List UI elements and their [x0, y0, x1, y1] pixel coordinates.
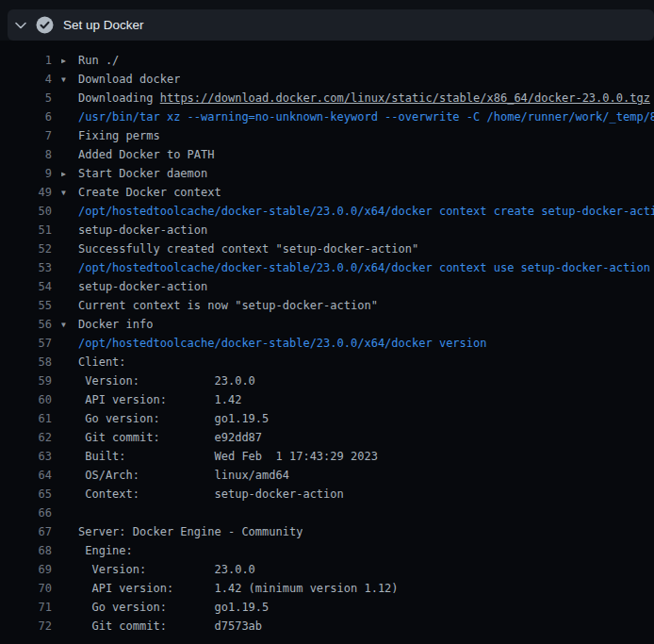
group-title: Run ./ — [78, 54, 119, 67]
log-text: Fixing perms — [78, 126, 160, 145]
group-title: Docker info — [78, 318, 153, 331]
line-number[interactable]: 56 — [0, 315, 52, 334]
line-number[interactable]: 54 — [0, 277, 52, 296]
line-number[interactable]: 72 — [0, 617, 52, 636]
log-line: 53/opt/hostedtoolcache/docker-stable/23.… — [0, 258, 654, 277]
step-header[interactable]: Set up Docker — [8, 9, 654, 41]
group-header[interactable]: ▼Create Docker context — [61, 183, 221, 202]
log-body: 1▶Run ./4▼Download docker5Downloading ht… — [0, 41, 654, 644]
line-number[interactable]: 49 — [0, 183, 52, 202]
line-number[interactable]: 61 — [0, 409, 52, 428]
line-number[interactable]: 62 — [0, 428, 52, 447]
line-number[interactable]: 68 — [0, 541, 52, 560]
log-line: 63 Built: Wed Feb 1 17:43:29 2023 — [0, 447, 654, 466]
log-text: setup-docker-action — [78, 277, 207, 296]
line-number[interactable]: 8 — [0, 145, 52, 164]
line-number[interactable]: 6 — [0, 107, 52, 126]
line-number[interactable]: 55 — [0, 296, 52, 315]
line-number[interactable]: 51 — [0, 221, 52, 239]
log-text: Added Docker to PATH — [78, 145, 215, 164]
line-number[interactable]: 67 — [0, 522, 52, 541]
log-text: API version: 1.42 (minimum version 1.12) — [78, 579, 399, 598]
log-text: OS/Arch: linux/amd64 — [78, 466, 289, 485]
log-text: Successfully created context "setup-dock… — [78, 239, 418, 258]
log-line: 71 Go version: go1.19.5 — [0, 598, 654, 617]
line-number[interactable]: 59 — [0, 372, 52, 390]
step-title: Set up Docker — [63, 18, 144, 32]
log-line: 64 OS/Arch: linux/amd64 — [0, 466, 654, 485]
check-circle-icon — [36, 16, 54, 34]
line-number[interactable]: 50 — [0, 202, 52, 221]
log-line: 4▼Download docker — [0, 70, 654, 89]
log-line: 70 API version: 1.42 (minimum version 1.… — [0, 579, 654, 598]
group-collapse-icon[interactable]: ▼ — [61, 316, 78, 334]
log-line: 59 Version: 23.0.0 — [0, 372, 654, 390]
log-command: /opt/hostedtoolcache/docker-stable/23.0.… — [78, 258, 650, 277]
log-text: Client: — [78, 353, 126, 372]
log-line: 56▼Docker info — [0, 315, 654, 334]
group-header[interactable]: ▶Run ./ — [61, 51, 119, 70]
line-number[interactable]: 53 — [0, 258, 52, 277]
log-command: /opt/hostedtoolcache/docker-stable/23.0.… — [78, 202, 654, 221]
log-line: 6/usr/bin/tar xz --warning=no-unknown-ke… — [0, 107, 654, 126]
log-line: 57/opt/hostedtoolcache/docker-stable/23.… — [0, 334, 654, 353]
line-number[interactable]: 65 — [0, 485, 52, 504]
log-line: 66 — [0, 504, 654, 522]
log-line: 65 Context: setup-docker-action — [0, 485, 654, 504]
log-text: setup-docker-action — [78, 221, 207, 239]
line-number[interactable]: 5 — [0, 89, 52, 107]
group-header[interactable]: ▼Download docker — [61, 70, 180, 89]
line-number[interactable]: 63 — [0, 447, 52, 466]
log-line: 69 Version: 23.0.0 — [0, 560, 654, 579]
log-text: Server: Docker Engine - Community — [78, 522, 302, 541]
log-line: 55Current context is now "setup-docker-a… — [0, 296, 654, 315]
line-number[interactable]: 70 — [0, 579, 52, 598]
log-line: 7Fixing perms — [0, 126, 654, 145]
group-header[interactable]: ▼Docker info — [61, 315, 153, 334]
log-line: 51setup-docker-action — [0, 221, 654, 239]
log-line: 60 API version: 1.42 — [0, 390, 654, 409]
group-expand-icon[interactable]: ▶ — [61, 165, 78, 183]
line-number[interactable]: 58 — [0, 353, 52, 372]
log-text: Git commit: d7573ab — [78, 617, 262, 636]
log-line: 62 Git commit: e92dd87 — [0, 428, 654, 447]
log-line: 50/opt/hostedtoolcache/docker-stable/23.… — [0, 202, 654, 221]
line-number[interactable]: 4 — [0, 70, 52, 89]
line-number[interactable]: 60 — [0, 390, 52, 409]
group-title: Create Docker context — [78, 186, 221, 199]
log-text: Go version: go1.19.5 — [78, 409, 269, 428]
line-number[interactable]: 69 — [0, 560, 52, 579]
log-line: 68 Engine: — [0, 541, 654, 560]
log-line: 1▶Run ./ — [0, 51, 654, 70]
line-number[interactable]: 66 — [0, 504, 52, 522]
log-line: 9▶Start Docker daemon — [0, 164, 654, 183]
log-text: Version: 23.0.0 — [78, 372, 255, 390]
line-number[interactable]: 57 — [0, 334, 52, 353]
log-line: 8Added Docker to PATH — [0, 145, 654, 164]
line-number[interactable]: 7 — [0, 126, 52, 145]
log-line: 49▼Create Docker context — [0, 183, 654, 202]
log-command: /usr/bin/tar xz --warning=no-unknown-key… — [78, 107, 654, 126]
line-number[interactable]: 9 — [0, 164, 52, 183]
group-title: Start Docker daemon — [78, 167, 207, 180]
log-line: 58Client: — [0, 353, 654, 372]
group-expand-icon[interactable]: ▶ — [61, 52, 78, 70]
log-text: Context: setup-docker-action — [78, 485, 344, 504]
log-text: Version: 23.0.0 — [78, 560, 255, 579]
log-text: Downloading https://download.docker.com/… — [78, 89, 650, 107]
line-number[interactable]: 1 — [0, 51, 52, 70]
log-line: 5Downloading https://download.docker.com… — [0, 89, 654, 107]
group-collapse-icon[interactable]: ▼ — [61, 184, 78, 202]
log-line: 52Successfully created context "setup-do… — [0, 239, 654, 258]
log-text: Go version: go1.19.5 — [78, 598, 269, 617]
line-number[interactable]: 52 — [0, 239, 52, 258]
group-title: Download docker — [78, 73, 180, 86]
log-text: Current context is now "setup-docker-act… — [78, 296, 378, 315]
group-header[interactable]: ▶Start Docker daemon — [61, 164, 207, 183]
line-number[interactable]: 64 — [0, 466, 52, 485]
line-number[interactable]: 71 — [0, 598, 52, 617]
log-text: Git commit: e92dd87 — [78, 428, 262, 447]
log-link[interactable]: https://download.docker.com/linux/static… — [160, 91, 650, 105]
group-collapse-icon[interactable]: ▼ — [61, 71, 78, 89]
chevron-down-icon[interactable] — [15, 20, 26, 31]
